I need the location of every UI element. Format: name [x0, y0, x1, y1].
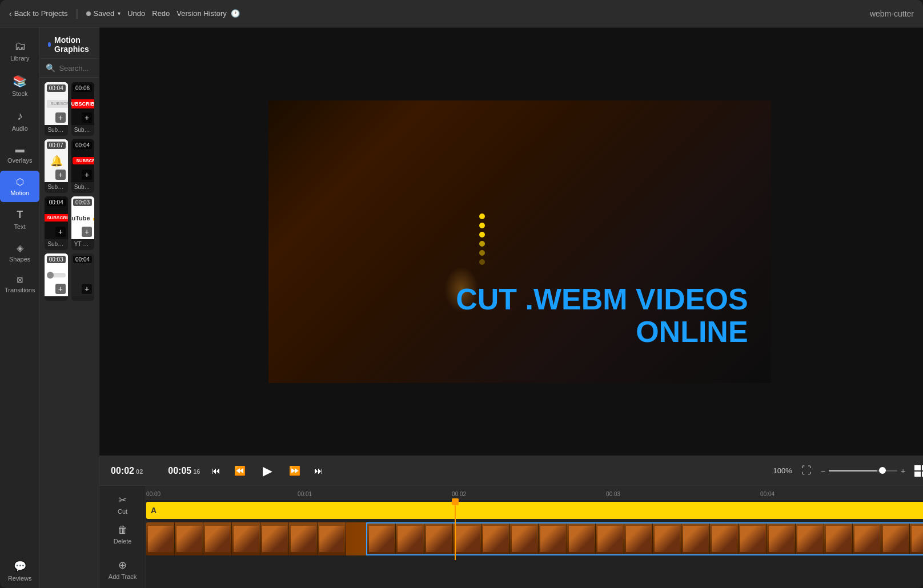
vt-frame: [824, 523, 853, 554]
search-input[interactable]: [59, 64, 93, 73]
redo-button[interactable]: Redo: [152, 9, 170, 18]
thumbnail-7: 00:03 +: [45, 253, 67, 296]
duration-badge-6: 00:03: [73, 199, 92, 206]
vt-frame: [396, 523, 424, 554]
sidebar-item-stock[interactable]: 📚 Stock: [0, 69, 39, 103]
play-pause-button[interactable]: ▶: [257, 461, 278, 481]
sidebar-item-library[interactable]: 🗂 Library: [0, 34, 39, 67]
vt-frame: [481, 523, 510, 554]
current-time-display: 00:02 02: [111, 466, 143, 476]
duration-badge-4: 00:04: [73, 142, 92, 149]
version-history-button[interactable]: Version History 🕐: [176, 9, 240, 18]
item-label-8: [71, 296, 94, 301]
thumbnail-3: 🔔 00:07 +: [45, 139, 67, 182]
sidebar-item-label: Library: [10, 55, 30, 62]
fast-forward-button[interactable]: ⏩: [287, 463, 303, 478]
grid-item-5[interactable]: 👍 SUBSCRIBE | 00:04 + Subscribe Badge St…: [45, 196, 67, 250]
item-label-3: Subscribe Badge St...: [45, 182, 67, 193]
vt-frame: [175, 522, 203, 555]
content-area: CUT .WEBM VIDEOS ONLINE 00:02 02 00:05 1…: [99, 27, 923, 588]
grid-item-2[interactable]: SUBSCRIBE 00:06 + Subscribe Badge St...: [71, 82, 94, 136]
video-track[interactable]: [146, 522, 923, 555]
item-label-5: Subscribe Badge St...: [45, 239, 67, 250]
vt-frame: [289, 522, 318, 555]
zoom-out-icon: −: [821, 466, 825, 476]
thumbnail-4: 🔔 SUBSCRIBE 00:04 +: [71, 139, 94, 182]
sidebar-item-text[interactable]: T Text: [0, 203, 39, 236]
grid-item-8[interactable]: 00:04 +: [71, 253, 94, 301]
add-track-button[interactable]: ⊕ Add Track: [99, 555, 146, 583]
ruler-mark-4: 00:04: [760, 491, 774, 497]
sidebar-item-label: Transitions: [5, 287, 35, 293]
back-label: Back to Projects: [14, 9, 68, 18]
sidebar-icons: 🗂 Library 📚 Stock ♪ Audio ▬ Overlays ⬡ M…: [0, 27, 40, 588]
saved-btn[interactable]: Saved ▾: [86, 9, 121, 18]
grid-item-3[interactable]: 🔔 00:07 + Subscribe Badge St...: [45, 139, 67, 193]
zoom-slider[interactable]: [829, 470, 897, 472]
current-time: 00:02: [111, 466, 134, 476]
delete-tool-button[interactable]: 🗑 Delete: [99, 521, 146, 548]
thumbnail-8: 00:04 +: [71, 253, 94, 296]
timeline-ruler[interactable]: 00:00 00:01 00:02 00:03 00:04: [146, 486, 923, 500]
timeline-tools: ✂ Cut 🗑 Delete ⊕ Add Track: [99, 486, 146, 588]
thumbnail-6: ▶ YouTube 👍 👎 00:03 +: [71, 196, 94, 239]
add-icon-2: +: [82, 112, 92, 123]
skip-to-end-button[interactable]: ⏭: [312, 464, 326, 478]
video-track-selected: [366, 522, 923, 555]
rewind-button[interactable]: ⏪: [232, 463, 248, 478]
timeline-playhead[interactable]: [455, 500, 456, 560]
add-track-icon: ⊕: [118, 559, 127, 571]
ruler-mark-1: 00:01: [298, 491, 312, 497]
cut-tool-button[interactable]: ✂ Cut: [99, 490, 146, 518]
sidebar-item-audio[interactable]: ♪ Audio: [0, 104, 39, 138]
chevron-left-icon: ‹: [9, 9, 12, 18]
vt-frame: [653, 523, 681, 554]
current-frames: 02: [136, 468, 143, 475]
stock-icon: 📚: [13, 74, 27, 88]
duration-badge-5: 00:04: [47, 199, 66, 206]
shapes-icon: ◈: [17, 243, 23, 253]
vt-frame: [567, 523, 596, 554]
video-background: CUT .WEBM VIDEOS ONLINE: [268, 100, 771, 383]
zoom-in-icon: +: [901, 466, 905, 476]
sidebar-item-reviews[interactable]: 💬 Reviews: [0, 554, 39, 587]
panel-title: Motion Graphics: [54, 35, 91, 54]
item-label-4: Subscribe Badge St...: [71, 182, 94, 193]
total-frames: 16: [193, 468, 200, 475]
dots-decoration: [479, 214, 485, 265]
transitions-icon: ⊠: [17, 275, 23, 284]
overlay-text: CUT .WEBM VIDEOS ONLINE: [456, 283, 748, 348]
sidebar-item-motion[interactable]: ⬡ Motion: [0, 171, 39, 202]
sidebar-item-overlays[interactable]: ▬ Overlays: [0, 139, 39, 170]
grid-item-4[interactable]: 🔔 SUBSCRIBE 00:04 + Subscribe Badge St..…: [71, 139, 94, 193]
grid-item-6[interactable]: ▶ YouTube 👍 👎 00:03 + YT Subscribe Style…: [71, 196, 94, 250]
vt-frame: [796, 523, 824, 554]
title-track[interactable]: A: [146, 502, 923, 519]
zoom-slider-container: − +: [821, 466, 905, 476]
topbar: ‹ Back to Projects | Saved ▾ Undo Redo V…: [0, 0, 923, 27]
cut-icon: ✂: [118, 494, 127, 506]
vt-frame: [881, 523, 910, 554]
add-icon-1: +: [55, 112, 66, 123]
back-to-projects-btn[interactable]: ‹ Back to Projects: [9, 9, 68, 18]
preview-area: CUT .WEBM VIDEOS ONLINE: [99, 27, 923, 456]
timeline-inner: 00:00 00:01 00:02 00:03 00:04: [146, 486, 923, 588]
grid-item-1[interactable]: 👍 SUBSCRIBE 00:04 + Subscribe Badge St..…: [45, 82, 67, 136]
panel: Motion Graphics 🔍 👍 SUBSCRIBE 00:04: [40, 27, 99, 588]
search-icon: 🔍: [46, 63, 55, 73]
add-icon-4: +: [82, 170, 92, 180]
preview-video: CUT .WEBM VIDEOS ONLINE: [268, 100, 771, 383]
sidebar-item-label: Audio: [12, 125, 28, 132]
fullscreen-button[interactable]: ⛶: [801, 465, 812, 477]
vt-frame: [539, 523, 567, 554]
sidebar-item-transitions[interactable]: ⊠ Transitions: [0, 269, 39, 299]
sidebar-item-shapes[interactable]: ◈ Shapes: [0, 237, 39, 268]
grid-view-button[interactable]: [914, 465, 923, 477]
undo-button[interactable]: Undo: [127, 9, 145, 18]
duration-badge-7: 00:03: [47, 256, 66, 263]
grid-item-7[interactable]: 00:03 +: [45, 253, 67, 301]
vt-frame: [710, 523, 739, 554]
skip-to-start-button[interactable]: ⏮: [209, 464, 223, 478]
sidebar-item-label: Overlays: [7, 157, 32, 164]
zoom-slider-thumb: [879, 467, 886, 474]
